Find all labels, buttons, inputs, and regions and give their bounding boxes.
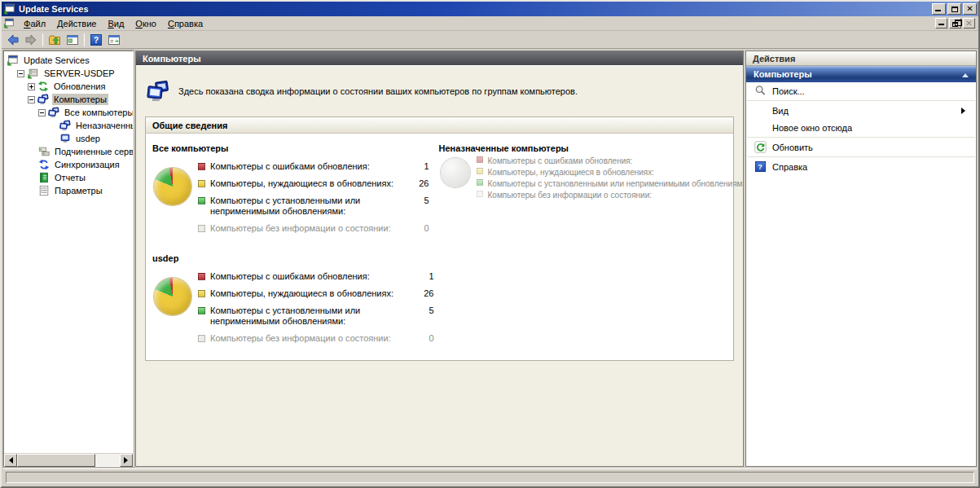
stat-label: Компьютеры с установленными или непримен… <box>210 196 407 217</box>
group-title: Неназначенные компьютеры <box>439 143 726 153</box>
action-label: Вид <box>772 106 789 116</box>
tree-item-downstream-servers[interactable]: Подчиненные серверы <box>4 145 133 158</box>
stat-label: Компьютеры с ошибками обновления: <box>210 271 411 282</box>
mdi-minimize-button[interactable] <box>935 18 947 29</box>
refresh-icon <box>754 141 767 153</box>
mdi-close-button[interactable]: ✕ <box>963 18 975 29</box>
collapse-expander[interactable] <box>28 96 35 103</box>
menu-file[interactable]: Файл <box>18 17 51 30</box>
menu-window[interactable]: Окно <box>130 17 162 30</box>
results-pane: Компьютеры Здесь показана сводка информа… <box>135 51 744 467</box>
menu-help[interactable]: Справка <box>162 17 209 30</box>
export-list-button[interactable] <box>105 33 123 48</box>
computer-icon <box>59 120 71 131</box>
legend-green-swatch <box>477 179 483 186</box>
computer-icon <box>59 133 71 144</box>
show-console-tree-button[interactable] <box>64 33 81 48</box>
stat-label: Компьютеры с установленными или непримен… <box>488 178 745 189</box>
action-label: Новое окно отсюда <box>772 123 852 133</box>
action-view[interactable]: Вид <box>746 102 976 119</box>
tree-item-updates[interactable]: Обновления <box>4 80 133 93</box>
tree-item-reports[interactable]: Отчеты <box>4 171 133 184</box>
menu-view[interactable]: Вид <box>102 17 130 30</box>
tree-item-computers[interactable]: Компьютеры <box>4 93 133 106</box>
stat-value: 26 <box>407 178 429 188</box>
stat-row: Компьютеры без информации о состоянии: 0 <box>198 333 434 344</box>
scrollbar-thumb[interactable] <box>17 454 95 467</box>
up-one-level-button[interactable] <box>46 33 64 48</box>
scroll-right-button[interactable] <box>120 454 133 467</box>
tree-item-synchronization[interactable]: Синхронизация <box>4 158 133 171</box>
stat-value: 1 <box>407 161 429 171</box>
collapse-expander[interactable] <box>17 70 24 77</box>
expand-expander[interactable] <box>28 83 35 90</box>
minimize-button[interactable] <box>932 3 946 15</box>
action-search[interactable]: Поиск... <box>746 82 976 99</box>
forward-arrow-icon <box>24 33 37 46</box>
summary-section-header: Общие сведения <box>146 117 733 134</box>
action-label: Справка <box>772 162 807 172</box>
pie-chart-unassigned <box>441 158 470 187</box>
results-pane-title: Компьютеры <box>143 54 201 64</box>
collapse-icon <box>962 70 969 77</box>
stat-value: 1 <box>411 271 434 281</box>
tree-item-options[interactable]: Параметры <box>4 184 133 197</box>
action-help[interactable]: ? Справка <box>746 158 976 175</box>
scrollbar-track[interactable] <box>95 454 120 466</box>
description-text: Здесь показана сводка информации о состо… <box>178 86 578 96</box>
collapse-expander[interactable] <box>38 109 46 117</box>
tree-item-server-usdep[interactable]: SERVER-USDEP <box>4 67 133 80</box>
action-new-window[interactable]: Новое окно отсюда <box>746 119 976 136</box>
action-refresh[interactable]: Обновить <box>746 138 976 156</box>
menu-action[interactable]: Действие <box>51 17 102 30</box>
stat-row: Компьютеры с установленными или непримен… <box>198 306 434 327</box>
servers-icon <box>38 146 50 157</box>
legend-red-swatch <box>198 163 205 170</box>
toolbar-separator <box>42 33 43 46</box>
mdi-restore-button[interactable] <box>949 18 961 29</box>
stat-value: 0 <box>407 223 429 233</box>
toolbar-separator <box>84 33 85 46</box>
back-button[interactable] <box>4 33 22 48</box>
updates-icon <box>37 81 49 92</box>
stat-row: Компьютеры, нуждающиеся в обновлениях: 2… <box>198 288 434 299</box>
group-title: Все компьютеры <box>152 143 429 153</box>
maximize-button[interactable] <box>947 3 961 15</box>
pie-chart-all-computers <box>154 168 191 205</box>
actions-group-title: Компьютеры <box>754 69 812 79</box>
console-tree: Update Services SERVER-USDEP Обновления … <box>4 51 133 197</box>
actions-pane: Действия Компьютеры Поиск... Вид Новое о… <box>745 51 977 467</box>
legend-yellow-swatch <box>198 290 205 297</box>
tree-item-all-computers[interactable]: Все компьютеры <box>4 106 133 119</box>
results-pane-header: Компьютеры <box>136 51 743 66</box>
actions-separator <box>747 137 975 138</box>
actions-separator <box>747 156 975 157</box>
window-title: Update Services <box>19 4 89 14</box>
tree-item-update-services[interactable]: Update Services <box>4 54 133 67</box>
legend-yellow-swatch <box>198 180 205 187</box>
legend-gray-swatch <box>477 191 483 197</box>
forward-button[interactable] <box>22 33 40 48</box>
reports-icon <box>38 172 50 183</box>
folder-up-icon <box>48 33 61 46</box>
scroll-left-button[interactable] <box>4 454 17 467</box>
search-icon <box>754 85 767 97</box>
stat-label: Компьютеры, нуждающиеся в обновлениях: <box>210 288 411 299</box>
export-window-icon <box>108 33 121 46</box>
toolbar: ? <box>2 32 978 49</box>
stat-value: 5 <box>411 306 434 315</box>
actions-group-header[interactable]: Компьютеры <box>746 66 976 82</box>
scroll-right-icon <box>124 457 131 464</box>
titlebar: Update Services ✕ <box>2 2 978 16</box>
app-icon <box>3 3 15 15</box>
tree-horizontal-scrollbar[interactable] <box>4 453 133 466</box>
stat-label: Компьютеры, нуждающиеся в обновлениях: <box>488 167 745 178</box>
help-button[interactable]: ? <box>87 33 105 48</box>
legend-green-swatch <box>198 307 205 314</box>
legend-green-swatch <box>198 197 205 204</box>
tree-item-unassigned-computers[interactable]: Неназначенные ко <box>4 119 133 132</box>
close-button[interactable]: ✕ <box>963 3 977 15</box>
stat-label: Компьютеры с установленными или непримен… <box>210 306 411 327</box>
stat-row: Компьютеры, нуждающиеся в обновлениях: 0 <box>477 167 745 178</box>
tree-item-usdep[interactable]: usdep <box>4 132 133 145</box>
